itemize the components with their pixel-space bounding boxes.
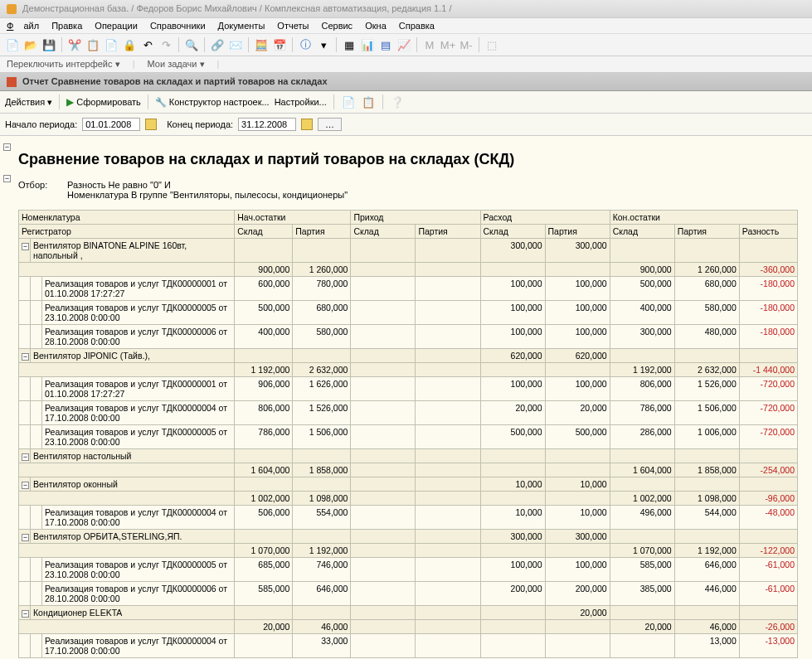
chart-icon[interactable]: 📊 — [360, 37, 375, 52]
switch-interface[interactable]: Переключить интерфейс ▾ — [7, 59, 120, 69]
table-row[interactable]: Реализация товаров и услуг ТДК00000001 о… — [19, 377, 798, 401]
table-row[interactable]: −Вентилятор BINATONE ALPINE 160вт, напол… — [19, 239, 798, 263]
table-row[interactable]: 1 604,0001 858,0001 604,0001 858,000-254… — [19, 463, 798, 477]
cell — [351, 401, 416, 425]
my-tasks[interactable]: Мои задачи ▾ — [148, 59, 205, 69]
outline-toggle-2[interactable]: − — [3, 175, 11, 182]
actions-dropdown[interactable]: Действия ▾ — [5, 97, 52, 108]
copy-icon[interactable]: 📋 — [85, 37, 100, 52]
dropdown-icon[interactable]: ▾ — [316, 37, 331, 52]
m-icon[interactable]: M — [422, 37, 437, 52]
help-icon[interactable]: ⓘ — [298, 37, 313, 52]
save-icon[interactable]: 💾 — [41, 37, 56, 52]
table-row[interactable]: Реализация товаров и услуг ТДК00000005 о… — [19, 425, 798, 449]
cell: 620,000 — [545, 349, 610, 363]
lock-icon[interactable]: 🔒 — [122, 37, 137, 52]
table-row[interactable]: Реализация товаров и услуг ТДК00000004 о… — [19, 401, 798, 425]
redo-icon[interactable]: ↷ — [158, 37, 173, 52]
settings-button[interactable]: Настройки... — [275, 97, 327, 107]
table-row[interactable]: −Кондиционер ELEKTA20,000 — [19, 606, 798, 620]
misc-icon[interactable]: ⬚ — [484, 37, 499, 52]
menu-windows[interactable]: Окна — [365, 21, 387, 31]
cell: 1 260,000 — [293, 263, 351, 277]
calendar-icon[interactable]: 📅 — [272, 37, 287, 52]
link-icon[interactable]: 🔗 — [210, 37, 225, 52]
table-row[interactable]: 1 192,0002 632,0001 192,0002 632,000-1 4… — [19, 363, 798, 377]
expand-toggle[interactable]: − — [19, 477, 31, 492]
cell: 786,000 — [235, 425, 293, 449]
expand-toggle[interactable]: − — [19, 349, 31, 363]
table-row[interactable]: −Вентилятор оконный10,00010,000 — [19, 477, 798, 492]
hdr-i-party: Партия — [416, 225, 480, 239]
new-icon[interactable]: 📄 — [5, 37, 20, 52]
mminus-icon[interactable]: M- — [459, 37, 474, 52]
cell: 646,000 — [674, 558, 739, 582]
calc-icon[interactable]: 🧮 — [254, 37, 269, 52]
menu-reports[interactable]: Отчеты — [277, 21, 309, 31]
menu-edit[interactable]: Правка — [51, 21, 82, 31]
tool2-icon[interactable]: 📋 — [361, 94, 376, 109]
table-row[interactable]: 20,00046,00020,00046,000-26,000 — [19, 620, 798, 634]
table-row[interactable]: Реализация товаров и услуг ТДК00000006 о… — [19, 325, 798, 349]
table-row[interactable]: Реализация товаров и услуг ТДК00000004 о… — [19, 634, 798, 658]
row-name: Реализация товаров и услуг ТДК00000001 о… — [42, 277, 235, 301]
cell — [610, 449, 674, 463]
calendar-end-icon[interactable] — [301, 119, 313, 130]
report-title: Сравнение товаров на складах и партий то… — [18, 146, 809, 178]
expand-toggle[interactable]: − — [19, 530, 31, 544]
row-name: Реализация товаров и услуг ТДК00000006 о… — [42, 325, 235, 349]
report-icon[interactable]: 📈 — [396, 37, 411, 52]
cell: 100,000 — [545, 325, 610, 349]
constructor-button[interactable]: 🔧Конструктор настроек... — [155, 97, 270, 108]
menu-service[interactable]: Сервис — [321, 21, 353, 31]
cell — [416, 449, 480, 463]
period-end-input[interactable] — [238, 118, 296, 131]
cell: 1 002,000 — [610, 492, 674, 506]
cell — [351, 477, 416, 492]
undo-icon[interactable]: ↶ — [140, 37, 155, 52]
expand-toggle[interactable]: − — [19, 449, 31, 463]
mail-icon[interactable]: ✉️ — [228, 37, 243, 52]
menu-ops[interactable]: Операции — [95, 21, 137, 31]
help2-icon[interactable]: ❔ — [390, 94, 405, 109]
grid-icon[interactable]: ▦ — [342, 37, 357, 52]
table-row[interactable]: −Вентилятор настольный — [19, 449, 798, 463]
period-start-input[interactable] — [82, 118, 140, 131]
find-icon[interactable]: 🔍 — [184, 37, 199, 52]
tool1-icon[interactable]: 📄 — [341, 94, 356, 109]
mplus-icon[interactable]: M+ — [440, 37, 455, 52]
menu-docs[interactable]: Документы — [218, 21, 265, 31]
table-row[interactable]: 1 070,0001 192,0001 070,0001 192,000-122… — [19, 544, 798, 558]
menu-help[interactable]: Справка — [399, 21, 435, 31]
table-row[interactable]: Реализация товаров и услуг ТДК00000004 о… — [19, 506, 798, 530]
cell — [235, 449, 293, 463]
cell — [293, 477, 351, 492]
cell: 100,000 — [545, 301, 610, 325]
expand-toggle[interactable]: − — [19, 606, 31, 620]
cell: 100,000 — [545, 277, 610, 301]
table-row[interactable]: Реализация товаров и услуг ТДК00000006 о… — [19, 582, 798, 606]
form-button[interactable]: ▶Сформировать — [66, 96, 141, 108]
table-row[interactable]: −Вентилятор ОРБИТА,STERLING,ЯП.300,00030… — [19, 530, 798, 544]
cell: 20,000 — [480, 401, 545, 425]
table-icon[interactable]: ▤ — [378, 37, 393, 52]
outline-toggle-1[interactable]: − — [3, 143, 11, 151]
period-dots-button[interactable]: … — [318, 118, 342, 131]
cell — [480, 492, 545, 506]
cell: -720,000 — [739, 425, 797, 449]
table-row[interactable]: Реализация товаров и услуг ТДК00000001 о… — [19, 277, 798, 301]
table-row[interactable]: −Вентилятор JIPONIC (Тайв.),620,000620,0… — [19, 349, 798, 363]
menu-file[interactable]: Файл — [7, 21, 39, 31]
expand-toggle[interactable]: − — [19, 239, 31, 263]
table-row[interactable]: Реализация товаров и услуг ТДК00000005 о… — [19, 301, 798, 325]
hdr-begin: Нач.остатки — [235, 211, 351, 225]
cell: 10,000 — [480, 477, 545, 492]
table-row[interactable]: Реализация товаров и услуг ТДК00000005 о… — [19, 558, 798, 582]
menu-refs[interactable]: Справочники — [150, 21, 206, 31]
paste-icon[interactable]: 📄 — [104, 37, 119, 52]
open-icon[interactable]: 📂 — [23, 37, 38, 52]
calendar-start-icon[interactable] — [145, 119, 157, 130]
table-row[interactable]: 900,0001 260,000900,0001 260,000-360,000 — [19, 263, 798, 277]
cut-icon[interactable]: ✂️ — [67, 37, 82, 52]
table-row[interactable]: 1 002,0001 098,0001 002,0001 098,000-96,… — [19, 492, 798, 506]
